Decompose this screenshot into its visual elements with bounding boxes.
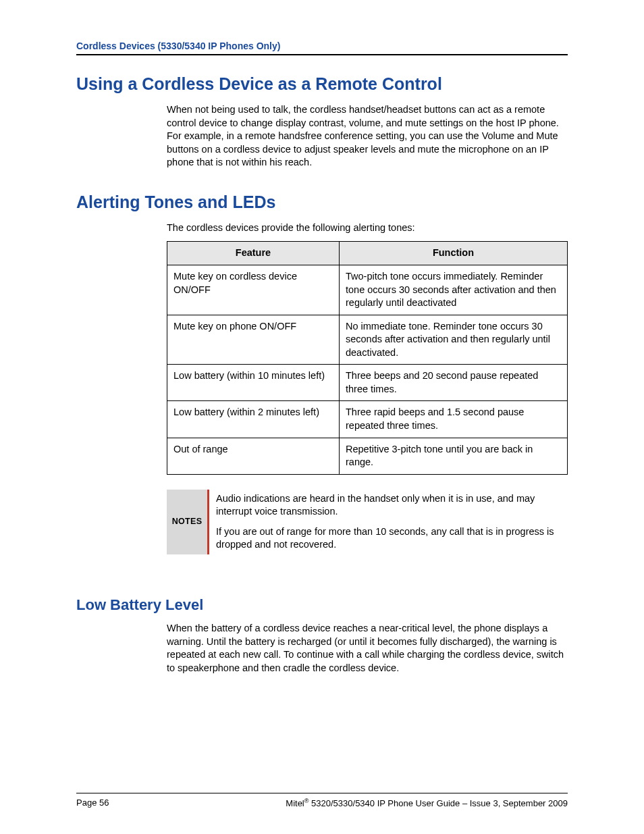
body-low-battery: When the battery of a cordless device re… — [167, 622, 568, 675]
body-remote-control: When not being used to talk, the cordles… — [167, 103, 568, 170]
body-alerting-tones: The cordless devices provide the followi… — [167, 221, 568, 554]
table-cell: Mute key on cordless device ON/OFF — [167, 265, 340, 315]
table-cell: Three rapid beeps and 1.5 second pause r… — [339, 401, 567, 438]
table-cell: Repetitive 3-pitch tone until you are ba… — [339, 438, 567, 474]
running-header: Cordless Devices (5330/5340 IP Phones On… — [76, 41, 568, 51]
table-cell: No immediate tone. Reminder tone occurs … — [339, 315, 567, 365]
section-heading-low-battery: Low Battery Level — [76, 596, 568, 614]
paragraph: When the battery of a cordless device re… — [167, 622, 568, 675]
notes-label: NOTES — [172, 516, 203, 527]
table-cell: Three beeps and 20 second pause repeated… — [339, 365, 567, 401]
table-row: Out of range Repetitive 3-pitch tone unt… — [167, 438, 568, 474]
table-row: Low battery (within 10 minutes left) Thr… — [167, 365, 568, 401]
paragraph: Audio indications are heard in the hands… — [216, 492, 568, 519]
footer-row: Page 56 Mitel® 5320/5330/5340 IP Phone U… — [76, 798, 568, 808]
table-header-row: Feature Function — [167, 242, 568, 265]
table-cell: Low battery (within 10 minutes left) — [167, 365, 340, 401]
paragraph: The cordless devices provide the followi… — [167, 221, 568, 235]
page: Cordless Devices (5330/5340 IP Phones On… — [0, 0, 644, 834]
footer-page-number: Page 56 — [76, 798, 109, 808]
footer-doc-title: 5320/5330/5340 IP Phone User Guide – Iss… — [308, 798, 568, 808]
notes-callout: NOTES Audio indications are heard in the… — [167, 490, 568, 554]
table-cell: Mute key on phone ON/OFF — [167, 315, 340, 365]
table-row: Mute key on cordless device ON/OFF Two-p… — [167, 265, 568, 315]
paragraph: If you are out of range for more than 10… — [216, 525, 568, 552]
page-footer: Page 56 Mitel® 5320/5330/5340 IP Phone U… — [76, 793, 568, 808]
table-cell: Low battery (within 2 minutes left) — [167, 401, 340, 438]
table-row: Low battery (within 2 minutes left) Thre… — [167, 401, 568, 438]
table-header-feature: Feature — [167, 242, 340, 265]
alerting-tones-table: Feature Function Mute key on cordless de… — [167, 241, 568, 474]
section-heading-remote-control: Using a Cordless Device as a Remote Cont… — [76, 74, 568, 94]
section-heading-alerting-tones: Alerting Tones and LEDs — [76, 192, 568, 212]
notes-body: Audio indications are heard in the hands… — [209, 490, 568, 554]
table-cell: Two-pitch tone occurs immediately. Remin… — [339, 265, 567, 315]
header-rule — [76, 54, 568, 55]
table-cell: Out of range — [167, 438, 340, 474]
notes-label-cell: NOTES — [167, 490, 207, 554]
table-row: Mute key on phone ON/OFF No immediate to… — [167, 315, 568, 365]
footer-brand: Mitel — [286, 798, 304, 808]
footer-rule — [76, 793, 568, 793]
paragraph: When not being used to talk, the cordles… — [167, 103, 568, 170]
footer-doc-id: Mitel® 5320/5330/5340 IP Phone User Guid… — [286, 798, 568, 808]
table-header-function: Function — [339, 242, 567, 265]
